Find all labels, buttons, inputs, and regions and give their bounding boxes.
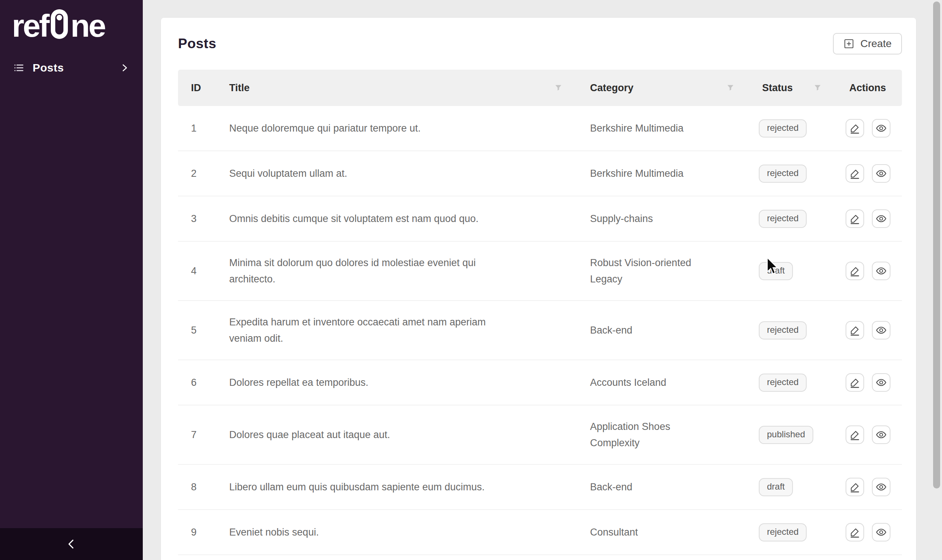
scrollbar-thumb[interactable]	[933, 2, 940, 488]
post-category-cell: Berkshire Multimedia	[576, 151, 748, 196]
post-actions-cell	[835, 301, 902, 360]
post-id-cell: 4	[178, 241, 215, 301]
post-status-cell: rejected	[748, 151, 835, 196]
pencil-icon	[849, 527, 860, 538]
pencil-icon	[849, 168, 860, 179]
table-row: 6 Dolores repellat ea temporibus. Accoun…	[178, 360, 902, 405]
post-title-cell: Libero ullam eum quis quibusdam sapiente…	[215, 465, 576, 509]
eye-icon	[876, 482, 887, 492]
pencil-icon	[849, 123, 860, 134]
post-status-cell: rejected	[748, 106, 835, 151]
status-badge: published	[759, 426, 813, 444]
edit-button[interactable]	[846, 262, 864, 280]
edit-button[interactable]	[846, 321, 864, 340]
edit-button[interactable]	[846, 209, 864, 228]
pencil-icon	[849, 213, 860, 224]
show-button[interactable]	[872, 425, 890, 444]
post-actions-cell	[835, 196, 902, 241]
unordered-list-icon	[13, 62, 25, 73]
post-title-cell: Dolores quae placeat aut itaque aut.	[215, 405, 576, 465]
status-badge: rejected	[759, 523, 806, 542]
edit-button[interactable]	[846, 523, 864, 542]
eye-icon	[876, 325, 887, 336]
show-button[interactable]	[872, 478, 890, 496]
sidebar-collapse-button[interactable]	[0, 528, 143, 560]
table-header: ID Title Category Status	[178, 70, 902, 106]
table-body: 1 Neque doloremque qui pariatur tempore …	[178, 106, 902, 560]
post-actions-cell	[835, 106, 902, 151]
post-status-cell: draft	[748, 241, 835, 301]
filter-icon[interactable]	[555, 85, 562, 92]
post-category-cell: Consultant	[576, 509, 748, 555]
column-header-actions: Actions	[835, 70, 902, 106]
table-row: 1 Neque doloremque qui pariatur tempore …	[178, 106, 902, 151]
chevron-left-icon	[66, 538, 77, 550]
post-status-cell: published	[748, 405, 835, 465]
post-id-cell: 5	[178, 301, 215, 360]
post-title-cell: Minima sit dolorum quo dolores id molest…	[215, 241, 576, 301]
post-category-cell: Back-end	[576, 301, 748, 360]
plus-square-icon	[843, 38, 854, 49]
table-row: 10 Aut quod ullam at tenetur iure sit ea…	[178, 555, 902, 560]
eye-icon	[876, 429, 887, 440]
pencil-icon	[849, 265, 860, 277]
status-badge: rejected	[759, 374, 806, 392]
posts-card: Posts Create ID Title	[161, 18, 916, 560]
post-category-cell: Robust Vision-oriented Legacy	[576, 241, 748, 301]
post-status-cell: rejected	[748, 360, 835, 405]
table-row: 7 Dolores quae placeat aut itaque aut. A…	[178, 405, 902, 465]
post-id-cell: 6	[178, 360, 215, 405]
show-button[interactable]	[872, 321, 890, 340]
sidebar-item-posts[interactable]: Posts	[0, 55, 143, 81]
card-header: Posts Create	[178, 32, 902, 55]
create-button-label: Create	[860, 38, 891, 50]
filter-icon[interactable]	[814, 85, 821, 92]
logo-dot	[56, 15, 62, 20]
post-category-cell: Back-end	[576, 465, 748, 509]
table-row: 8 Libero ullam eum quis quibusdam sapien…	[178, 465, 902, 509]
pencil-icon	[849, 377, 860, 388]
show-button[interactable]	[872, 164, 890, 183]
show-button[interactable]	[872, 262, 890, 280]
eye-icon	[876, 168, 887, 179]
table-row: 9 Eveniet nobis sequi. Consultant reject…	[178, 509, 902, 555]
show-button[interactable]	[872, 373, 890, 392]
post-id-cell: 9	[178, 509, 215, 555]
post-status-cell: rejected	[748, 509, 835, 555]
status-badge: draft	[759, 262, 793, 280]
post-status-cell: draft	[748, 465, 835, 509]
post-title-cell: Omnis debitis cumque sit voluptatem est …	[215, 196, 576, 241]
pencil-icon	[849, 325, 860, 336]
post-title-cell: Eveniet nobis sequi.	[215, 509, 576, 555]
status-badge: rejected	[759, 322, 806, 340]
post-id-cell: 8	[178, 465, 215, 509]
edit-button[interactable]	[846, 373, 864, 392]
app-window: ref ne Posts	[0, 0, 942, 560]
posts-table: ID Title Category Status	[178, 70, 902, 560]
post-actions-cell	[835, 151, 902, 196]
sidebar-menu: Posts	[0, 55, 143, 81]
eye-icon	[876, 527, 887, 538]
column-header-category: Category	[576, 70, 748, 106]
post-category-cell: Berkshire Multimedia	[576, 106, 748, 151]
show-button[interactable]	[872, 119, 890, 137]
edit-button[interactable]	[846, 425, 864, 444]
edit-button[interactable]	[846, 119, 864, 137]
edit-button[interactable]	[846, 478, 864, 496]
column-header-id: ID	[178, 70, 215, 106]
show-button[interactable]	[872, 209, 890, 228]
post-id-cell: 7	[178, 405, 215, 465]
show-button[interactable]	[872, 523, 890, 542]
refine-logo[interactable]: ref ne	[12, 10, 143, 42]
post-status-cell: published	[748, 555, 835, 560]
post-category-cell: Supply-chains	[576, 196, 748, 241]
status-badge: draft	[759, 478, 793, 496]
post-title-cell: Expedita harum et inventore occaecati am…	[215, 301, 576, 360]
post-id-cell: 1	[178, 106, 215, 151]
edit-button[interactable]	[846, 164, 864, 183]
create-button[interactable]: Create	[833, 33, 902, 54]
filter-icon[interactable]	[727, 85, 734, 92]
sidebar-item-label: Posts	[32, 62, 64, 74]
column-header-title: Title	[215, 70, 576, 106]
post-category-cell: Account	[576, 555, 748, 560]
